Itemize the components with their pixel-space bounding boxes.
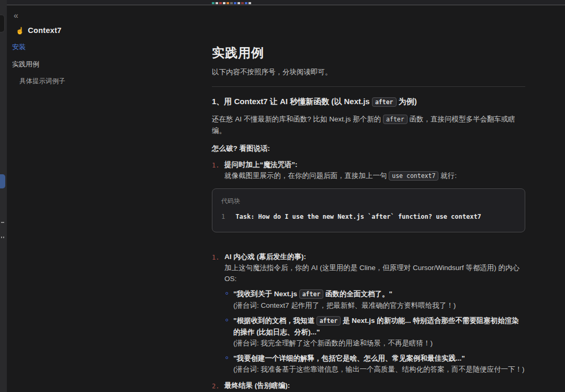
sidebar-item-prompt-examples[interactable]: 具体提示词例子 xyxy=(19,77,191,86)
text-segment: "我要创建一个详细的解释，包括它是啥、怎么用、常见案例和最佳实践..." xyxy=(233,354,465,362)
divider xyxy=(212,86,525,87)
bullet-subtext: (潜台词: Context7 起作用了，把最新鲜、最准确的官方资料喂给我了！) xyxy=(233,300,525,311)
code-block-label: 代码块 xyxy=(221,196,516,207)
sidebar-item-practice-examples[interactable]: 实践用例 xyxy=(12,60,191,69)
list-marker: 1. xyxy=(212,251,224,375)
page-title: 实践用例 xyxy=(212,45,525,61)
edge-mark-dash xyxy=(1,222,4,223)
bullet-item: "根据收到的文档，我知道 after 是 Next.js 的新功能... 特别适… xyxy=(224,315,525,349)
text-segment: 就行: xyxy=(440,172,457,180)
bullet-subtext: (潜台词: 我完全理解了这个新函数的用途和场景，不再是瞎猜！) xyxy=(233,338,525,349)
top-border-bar xyxy=(7,0,565,5)
text-segment: "根据收到的文档，我知道 xyxy=(233,317,317,324)
list-item: 1. AI 内心戏 (幕后发生的事): 加上这句魔法指令后，你的 AI (这里用… xyxy=(212,251,525,375)
code-line: 1Task: How do I use the new Next.js `aft… xyxy=(221,211,516,222)
intro-paragraph: 以下内容不按照序号，分块阅读即可。 xyxy=(212,66,525,77)
sidebar: « ☝️ Context7 安装 实践用例 具体提示词例子 xyxy=(7,6,191,86)
text-segment: 1、用 Context7 让 AI 秒懂新函数 (以 Next.js xyxy=(212,97,372,106)
bullet-subtext: (潜台词: 我准备基于这些靠谱信息，输出一个高质量、结构化的答案，而不是随便应付… xyxy=(233,364,525,375)
text-segment: 函数的全面文档了。" xyxy=(325,290,392,298)
text-segment: 还在愁 AI 不懂最新的库和函数? 比如 Next.js 那个新的 xyxy=(212,115,383,123)
list-item-title: 提问时加上“魔法咒语”: xyxy=(224,161,298,169)
bullet-ring-icon xyxy=(225,319,228,321)
sidebar-nav: 安装 实践用例 具体提示词例子 xyxy=(7,42,191,86)
inline-code-after: after xyxy=(383,115,408,124)
edge-mark-dots xyxy=(1,237,2,238)
section1-heading: 1、用 Context7 让 AI 秒懂新函数 (以 Next.js after… xyxy=(212,96,525,108)
list-item-title: 最终结果 (告别瞎编): xyxy=(224,382,290,389)
edge-blue-tab[interactable] xyxy=(0,174,5,188)
bullet-ring-icon xyxy=(225,356,228,359)
doc-content: 实践用例 以下内容不按照序号，分块阅读即可。 1、用 Context7 让 AI… xyxy=(212,6,525,392)
text-segment: "我收到关于 Next.js xyxy=(233,290,299,298)
inline-code-use-context7: use context7 xyxy=(389,171,438,181)
inline-code-after: after xyxy=(317,316,341,326)
list-item-text: 就像截图里展示的，在你的问题后面，直接加上一句 use context7 就行: xyxy=(224,170,525,182)
inline-code-after: after xyxy=(372,97,397,107)
sub-bullet-list: "我收到关于 Next.js after 函数的全面文档了。" (潜台词: Co… xyxy=(224,288,525,375)
edge-dark-tab xyxy=(0,15,5,32)
context7-logo[interactable]: ☝️ Context7 xyxy=(16,26,191,35)
list-marker: 2. xyxy=(212,380,224,392)
bullet-item: "我要创建一个详细的解释，包括它是啥、怎么用、常见案例和最佳实践..." (潜台… xyxy=(224,353,525,375)
list-item-title: AI 内心戏 (幕后发生的事): xyxy=(224,253,306,261)
text-segment: 为例) xyxy=(399,97,417,106)
line-number: 1 xyxy=(221,213,225,220)
list-item: 2. 最终结果 (告别瞎编): 这样一来，AI 就不会再基于过时的知识库瞎编 A… xyxy=(212,380,525,392)
inline-code-after: after xyxy=(299,289,324,299)
code-block: 代码块 1Task: How do I use the new Next.js … xyxy=(212,188,525,232)
section1-paragraph: 还在愁 AI 不懂最新的库和函数? 比如 Next.js 那个新的 after … xyxy=(212,114,525,136)
list-marker: 1. xyxy=(212,159,224,182)
pointing-up-icon: ☝️ xyxy=(16,27,24,35)
left-edge-strip xyxy=(0,0,7,392)
list-item-text: 加上这句魔法指令后，你的 AI (这里用的是 Cline，但原理对 Cursor… xyxy=(224,262,525,284)
bullet-quote: "根据收到的文档，我知道 after 是 Next.js 的新功能... 特别适… xyxy=(233,317,519,336)
code-text: Task: How do I use the new Next.js `afte… xyxy=(235,213,481,220)
sidebar-collapse-button[interactable]: « xyxy=(14,12,18,20)
bullet-ring-icon xyxy=(225,292,228,295)
clipped-content-sliver xyxy=(212,2,252,4)
bullet-quote: "我要创建一个详细的解释，包括它是啥、怎么用、常见案例和最佳实践..." xyxy=(233,354,465,362)
how-to-break-line: 怎么破? 看图说话: xyxy=(212,143,525,154)
bullet-item: "我收到关于 Next.js after 函数的全面文档了。" (潜台词: Co… xyxy=(224,288,525,311)
context7-logo-title: Context7 xyxy=(28,26,61,35)
text-segment: 就像截图里展示的，在你的问题后面，直接加上一句 xyxy=(224,172,389,180)
list-item: 1. 提问时加上“魔法咒语”: 就像截图里展示的，在你的问题后面，直接加上一句 … xyxy=(212,159,525,182)
sidebar-item-install[interactable]: 安装 xyxy=(12,42,191,52)
bullet-quote: "我收到关于 Next.js after 函数的全面文档了。" xyxy=(233,290,392,298)
